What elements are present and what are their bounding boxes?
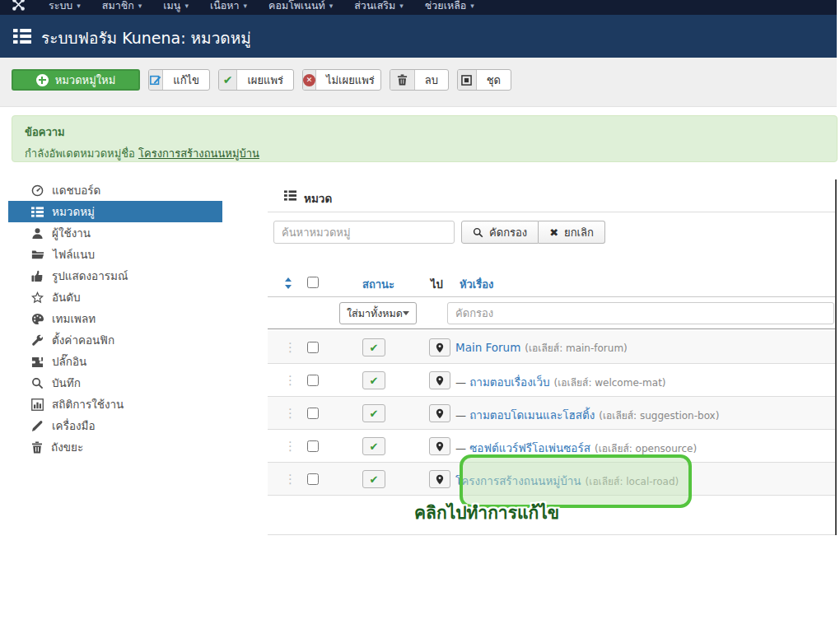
go-to-category-button[interactable]	[429, 404, 450, 422]
select-all-checkbox[interactable]	[307, 277, 319, 288]
success-alert: ข้อความ กำลังอัพเดตหมวดหมู่ชื่อ โครงการส…	[12, 115, 838, 162]
row-checkbox[interactable]	[307, 440, 319, 452]
menu-help[interactable]: ช่วยเหลือ▾	[425, 0, 474, 14]
sidebar-item-logs[interactable]: บันทึก	[0, 372, 247, 394]
row-checkbox[interactable]	[307, 342, 319, 353]
admin-top-bar: ระบบ▾ สมาชิก▾ เมนู▾ เนื้อหา▾ คอมโพเนนท์▾…	[0, 0, 837, 15]
drag-handle-icon[interactable]: ⋮	[284, 373, 295, 388]
column-title[interactable]: หัวเรื่อง	[460, 276, 493, 293]
alert-message: กำลังอัพเดตหมวดหมู่ชื่อ โครงการสร้างถนนห…	[25, 145, 824, 162]
unpublish-button[interactable]: ✕ ไม่เผยแพร่	[302, 69, 381, 91]
check-icon: ✔	[370, 473, 379, 486]
sort-order-icon[interactable]	[284, 277, 292, 289]
menu-extensions[interactable]: ส่วนเสริม▾	[354, 0, 404, 14]
batch-icon	[458, 70, 477, 90]
row-checkbox[interactable]	[307, 375, 319, 386]
sidebar-item-tools[interactable]: เครื่องมือ	[0, 415, 247, 436]
go-to-category-button[interactable]	[429, 470, 450, 488]
row-checkbox[interactable]	[307, 408, 319, 419]
column-status[interactable]: สถานะ	[362, 276, 394, 293]
go-to-category-button[interactable]	[429, 338, 450, 356]
drag-handle-icon[interactable]: ⋮	[284, 439, 295, 454]
drag-handle-icon[interactable]: ⋮	[284, 340, 295, 355]
gauge-icon	[31, 184, 44, 197]
sidebar-item-plugins[interactable]: ปลั๊กอิน	[0, 351, 247, 372]
alert-category-link[interactable]: โครงการสร้างถนนหมู่บ้าน	[138, 147, 259, 160]
pin-icon	[436, 474, 444, 485]
sidebar-item-dashboard[interactable]: แดชบอร์ด	[0, 179, 247, 201]
category-title-link[interactable]: โครงการสร้างถนนหมู่บ้าน	[455, 474, 581, 487]
table-row: ⋮ ✔ — ถามตอบเรื่องเว็บ(เอเลียส์: welcome…	[268, 364, 836, 397]
go-to-category-button[interactable]	[429, 437, 450, 455]
edit-icon	[149, 70, 163, 90]
sidebar-item-attachments[interactable]: ไฟล์แนบ	[0, 244, 247, 265]
table-row: ⋮ ✔ Main Forum(เอเลียส์: main-forum)	[268, 331, 836, 364]
chevron-down-icon: ▾	[470, 2, 474, 10]
pin-icon	[436, 342, 444, 353]
x-icon: ✖	[549, 226, 558, 239]
title-filter-input[interactable]	[447, 302, 834, 324]
go-to-category-button[interactable]	[429, 371, 450, 389]
drag-handle-icon[interactable]: ⋮	[284, 406, 295, 421]
sidebar-item-ranks[interactable]: อันดับ	[0, 287, 247, 308]
status-published-button[interactable]: ✔	[362, 437, 385, 455]
status-published-button[interactable]: ✔	[362, 338, 385, 356]
menu-content[interactable]: เนื้อหา▾	[210, 0, 247, 14]
category-alias: (เอเลียส์: suggestion-box)	[599, 410, 719, 422]
folder-icon	[31, 249, 44, 260]
pin-icon	[436, 408, 444, 419]
check-icon: ✔	[370, 375, 379, 387]
status-published-button[interactable]: ✔	[362, 470, 385, 488]
category-alias: (เอเลียส์: opensource)	[595, 443, 697, 454]
sidebar-item-trash[interactable]: ถังขยะ	[0, 436, 247, 458]
list-icon	[13, 27, 31, 48]
list-icon	[284, 189, 296, 204]
category-title-link[interactable]: ถามตอบเรื่องเว็บ	[469, 375, 549, 389]
menu-components[interactable]: คอมโพเนนท์▾	[268, 0, 333, 14]
search-icon	[31, 377, 44, 389]
status-published-button[interactable]: ✔	[362, 371, 385, 389]
menu-system[interactable]: ระบบ▾	[49, 0, 81, 14]
pin-icon	[436, 441, 444, 452]
window-edge	[835, 179, 837, 535]
sidebar-item-config[interactable]: ตั้งค่าคอนฟิก	[0, 329, 247, 351]
sidebar-item-categories[interactable]: หมวดหมู่	[8, 201, 222, 222]
category-title-link[interactable]: ซอฟต์แวร์ฟรีโอเพ่นซอร์ส	[469, 441, 590, 454]
edit-button[interactable]: แก้ไข	[148, 69, 210, 91]
search-input[interactable]	[273, 221, 455, 244]
check-icon: ✔	[219, 70, 237, 90]
category-title-link[interactable]: Main Forum	[455, 341, 520, 354]
new-category-button[interactable]: หมวดหมู่ใหม่	[12, 69, 140, 91]
sidebar-item-users[interactable]: ผู้ใช้งาน	[0, 222, 247, 244]
filter-submit-button[interactable]: คัดกรอง	[461, 221, 539, 244]
sidebar-item-templates[interactable]: เทมเพลท	[0, 308, 247, 329]
delete-button[interactable]: ลบ	[390, 69, 449, 91]
toolbar: หมวดหมู่ใหม่ แก้ไข ✔ เผยแพร่ ✕ ไม่เผยแพร…	[0, 58, 837, 107]
sidebar-item-emoticons[interactable]: รูปแสดงอารมณ์	[0, 265, 247, 287]
publish-button[interactable]: ✔ เผยแพร่	[218, 69, 294, 91]
status-published-button[interactable]: ✔	[362, 404, 385, 422]
menu-menus[interactable]: เมนู▾	[163, 0, 189, 14]
plus-circle-icon	[36, 74, 49, 86]
drag-handle-icon[interactable]: ⋮	[284, 472, 295, 487]
category-alias: (เอเลียส์: welcome-mat)	[554, 377, 666, 389]
page-header: ระบบฟอรัม Kunena: หมวดหมู่	[0, 15, 837, 58]
annotation-label: คลิกไปทำการแก้ไข	[414, 499, 559, 526]
row-checkbox[interactable]	[307, 473, 319, 485]
joomla-logo-icon	[12, 0, 26, 14]
chevron-down-icon	[403, 311, 409, 315]
trash-icon	[390, 70, 415, 90]
status-filter-select[interactable]: ใส่มาทั้งหมด	[339, 302, 417, 324]
sidebar: แดชบอร์ด หมวดหมู่ ผู้ใช้งาน ไฟล์แนบ รูปแ…	[0, 179, 247, 458]
sidebar-item-statistics[interactable]: สถิติการใช้งาน	[0, 394, 247, 415]
menu-users[interactable]: สมาชิก▾	[102, 0, 142, 14]
table-row: ⋮ ✔ — ถามตอบโดเมนและโฮสติ้ง(เอเลียส์: su…	[268, 397, 836, 430]
alert-title: ข้อความ	[25, 123, 824, 141]
batch-button[interactable]: ชุด	[457, 69, 511, 91]
list-icon	[31, 206, 44, 218]
category-title-link[interactable]: ถามตอบโดเมนและโฮสติ้ง	[469, 408, 595, 422]
divider	[268, 296, 836, 297]
chevron-down-icon: ▾	[399, 2, 404, 10]
thumbs-up-icon	[31, 270, 44, 282]
filter-clear-button[interactable]: ✖ ยกเลิก	[539, 221, 605, 244]
